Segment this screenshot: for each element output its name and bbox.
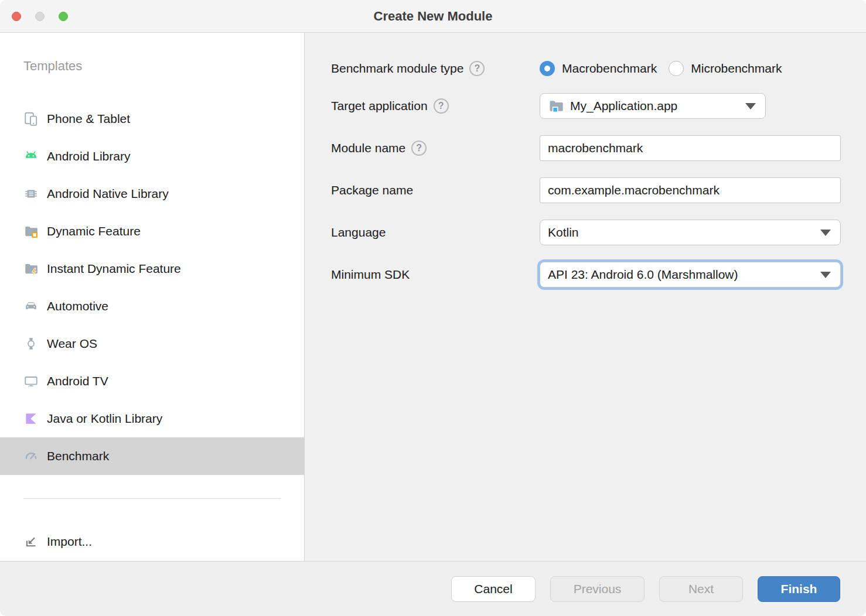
help-icon[interactable]: ? xyxy=(469,61,485,76)
help-icon[interactable]: ? xyxy=(434,98,449,114)
import-icon xyxy=(23,534,39,549)
language-dropdown[interactable]: Kotlin xyxy=(540,220,841,245)
sidebar-item-label: Import... xyxy=(47,535,92,549)
field-label-text: Module name xyxy=(331,141,405,155)
minimum-sdk-dropdown[interactable]: API 23: Android 6.0 (Marshmallow) xyxy=(540,262,841,288)
instant-dynamic-feature-folder-icon xyxy=(23,261,39,276)
package-name-label: Package name xyxy=(331,183,540,197)
target-application-dropdown[interactable]: My_Application.app xyxy=(540,93,766,119)
sidebar-item-label: Wear OS xyxy=(47,337,97,351)
field-label-text: Package name xyxy=(331,183,413,197)
traffic-lights xyxy=(12,12,68,21)
title-bar: Create New Module xyxy=(0,0,866,33)
module-form-panel: Benchmark module type ? Macrobenchmark M… xyxy=(305,33,866,561)
close-window-button[interactable] xyxy=(12,12,21,21)
module-type-label: Benchmark module type ? xyxy=(331,61,540,76)
sidebar-divider xyxy=(23,498,281,499)
sidebar-item-label: Benchmark xyxy=(47,449,109,463)
module-type-radio-group: Macrobenchmark Microbenchmark xyxy=(540,61,841,76)
kotlin-icon xyxy=(23,411,39,426)
watch-icon xyxy=(23,336,39,351)
language-value: Kotlin xyxy=(548,225,814,239)
radio-microbenchmark[interactable]: Microbenchmark xyxy=(669,61,782,76)
sidebar-item-label: Phone & Tablet xyxy=(47,112,130,126)
sidebar-item-label: Java or Kotlin Library xyxy=(47,412,162,426)
form-row-target-application: Target application ? My_Application.app xyxy=(331,93,841,119)
sidebar-item-instant-dynamic-feature[interactable]: Instant Dynamic Feature xyxy=(0,250,304,288)
sidebar-item-import[interactable]: Import... xyxy=(0,523,304,560)
form-row-module-type: Benchmark module type ? Macrobenchmark M… xyxy=(331,56,841,81)
field-label-text: Minimum SDK xyxy=(331,268,410,282)
chevron-down-icon xyxy=(745,103,756,109)
sidebar-item-automotive[interactable]: Automotive xyxy=(0,288,304,325)
templates-sidebar: Templates Phone & Tablet Android Library… xyxy=(0,33,305,561)
sidebar-item-dynamic-feature[interactable]: Dynamic Feature xyxy=(0,213,304,250)
help-icon[interactable]: ? xyxy=(411,141,427,156)
sidebar-item-phone-tablet[interactable]: Phone & Tablet xyxy=(0,100,304,138)
chevron-down-icon xyxy=(820,230,831,236)
create-new-module-dialog: Create New Module Templates Phone & Tabl… xyxy=(0,0,866,616)
form-row-package-name: Package name xyxy=(331,177,841,203)
zoom-window-button[interactable] xyxy=(59,12,68,21)
sidebar-item-label: Android TV xyxy=(47,374,108,388)
benchmark-gauge-icon xyxy=(23,449,39,464)
language-label: Language xyxy=(331,225,540,239)
field-label-text: Language xyxy=(331,225,386,239)
dialog-footer: Cancel Previous Next Finish xyxy=(0,561,866,616)
sidebar-item-label: Android Native Library xyxy=(47,187,169,201)
sidebar-item-label: Android Library xyxy=(47,149,130,163)
chip-icon xyxy=(23,186,39,201)
templates-header: Templates xyxy=(0,54,304,78)
module-name-label: Module name ? xyxy=(331,141,540,156)
form-row-module-name: Module name ? xyxy=(331,135,841,161)
minimize-window-button[interactable] xyxy=(35,12,45,21)
package-name-input[interactable] xyxy=(540,177,841,203)
form-row-minimum-sdk: Minimum SDK API 23: Android 6.0 (Marshma… xyxy=(331,262,841,288)
sidebar-item-label: Dynamic Feature xyxy=(47,224,141,238)
phone-tablet-icon xyxy=(23,111,39,126)
tv-icon xyxy=(23,374,39,389)
sidebar-item-android-tv[interactable]: Android TV xyxy=(0,362,304,400)
previous-button[interactable]: Previous xyxy=(550,576,645,602)
radio-macrobenchmark[interactable]: Macrobenchmark xyxy=(540,61,657,76)
sidebar-item-label: Automotive xyxy=(47,299,108,313)
sidebar-item-android-library[interactable]: Android Library xyxy=(0,138,304,175)
module-name-input[interactable] xyxy=(540,135,841,161)
sidebar-item-java-kotlin-library[interactable]: Java or Kotlin Library xyxy=(0,400,304,437)
field-label-text: Benchmark module type xyxy=(331,61,463,76)
target-application-label: Target application ? xyxy=(331,98,540,114)
field-label-text: Target application xyxy=(331,99,428,113)
app-module-folder-icon xyxy=(548,98,564,114)
dialog-body: Templates Phone & Tablet Android Library… xyxy=(0,33,866,561)
dynamic-feature-folder-icon xyxy=(23,224,39,239)
finish-button[interactable]: Finish xyxy=(758,576,840,602)
radio-unselected-icon xyxy=(669,61,684,76)
sidebar-item-label: Instant Dynamic Feature xyxy=(47,262,181,276)
android-icon xyxy=(23,149,39,164)
window-title: Create New Module xyxy=(374,9,493,24)
chevron-down-icon xyxy=(820,272,831,278)
minimum-sdk-value: API 23: Android 6.0 (Marshmallow) xyxy=(548,268,814,282)
radio-selected-icon xyxy=(540,61,555,76)
minimum-sdk-label: Minimum SDK xyxy=(331,268,540,282)
sidebar-item-android-native-library[interactable]: Android Native Library xyxy=(0,175,304,213)
cancel-button[interactable]: Cancel xyxy=(451,576,536,602)
target-application-value: My_Application.app xyxy=(570,99,739,113)
form-row-language: Language Kotlin xyxy=(331,220,841,245)
car-icon xyxy=(23,299,39,314)
sidebar-item-benchmark[interactable]: Benchmark xyxy=(0,437,304,475)
sidebar-item-wear-os[interactable]: Wear OS xyxy=(0,325,304,362)
next-button[interactable]: Next xyxy=(659,576,743,602)
